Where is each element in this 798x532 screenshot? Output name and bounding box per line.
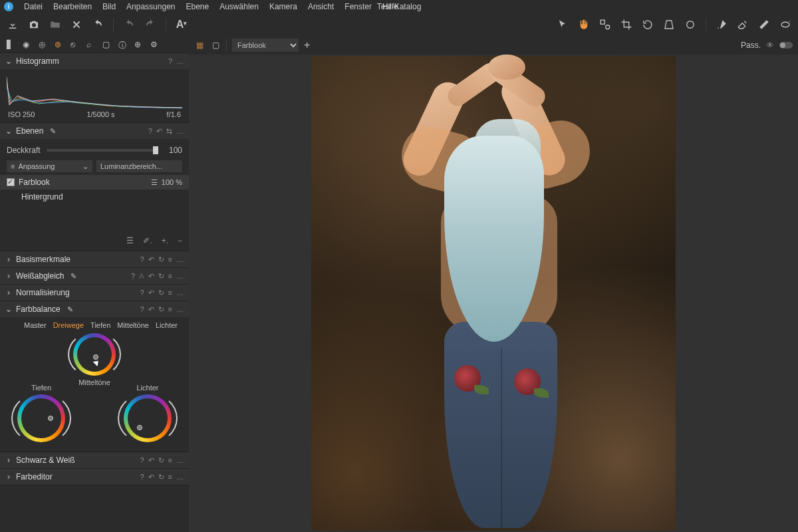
library-tab-icon[interactable]: ▋ <box>7 40 16 49</box>
eraser-tool-icon[interactable] <box>737 19 749 31</box>
opacity-slider[interactable] <box>47 149 158 152</box>
cycle-icon[interactable]: ↻ <box>158 289 164 297</box>
import-icon[interactable] <box>7 19 19 31</box>
reset-icon[interactable]: ↶ <box>148 305 154 314</box>
more-icon[interactable]: … <box>176 255 184 263</box>
help-icon[interactable]: ? <box>148 127 152 135</box>
pointer-tool-icon[interactable] <box>557 19 569 31</box>
adjust-tab-icon[interactable]: ⊕ <box>134 40 144 49</box>
proof-toggle[interactable] <box>779 42 793 49</box>
tab-master[interactable]: Master <box>24 321 47 329</box>
image-viewer[interactable] <box>189 55 798 532</box>
brush-tool-icon[interactable] <box>716 19 728 31</box>
cycle-icon[interactable]: ↻ <box>158 272 164 281</box>
capture-icon[interactable] <box>28 19 40 31</box>
undo-icon[interactable] <box>92 19 104 31</box>
close-icon[interactable] <box>70 19 82 31</box>
blend-mode-dropdown[interactable]: ≡Anpassung⌄ <box>7 160 92 172</box>
reset-icon[interactable]: ↶ <box>156 127 162 136</box>
grid-view-icon[interactable]: ▦ <box>194 40 205 51</box>
color-tab-icon[interactable]: ⊚ <box>55 40 64 49</box>
more-icon[interactable]: … <box>176 289 184 297</box>
gradient-tool-icon[interactable] <box>758 19 770 31</box>
wheel-handle[interactable] <box>137 425 142 430</box>
export-tab-icon[interactable]: ⎋ <box>70 40 80 49</box>
chevron-right-icon[interactable]: › <box>5 288 12 297</box>
three-line-icon[interactable]: ≡ <box>168 305 172 313</box>
three-line-icon[interactable]: ≡ <box>168 456 172 464</box>
chevron-down-icon[interactable]: ⌄ <box>5 57 12 66</box>
three-line-icon[interactable]: ≡ <box>168 272 172 280</box>
more-icon[interactable]: … <box>176 473 184 481</box>
pencil-icon[interactable]: ✎ <box>70 272 76 281</box>
color-wheel-midtones[interactable] <box>73 333 116 376</box>
more-icon[interactable]: … <box>176 305 184 313</box>
menu-file[interactable]: Datei <box>24 2 43 11</box>
three-line-icon[interactable]: ≡ <box>168 289 172 297</box>
reset-icon[interactable]: ↶ <box>148 272 154 281</box>
menu-camera[interactable]: Kamera <box>269 2 297 11</box>
chevron-right-icon[interactable]: › <box>5 472 12 481</box>
help-icon[interactable]: ? <box>168 57 172 65</box>
reset-icon[interactable]: ↶ <box>148 255 154 264</box>
layer-item-farblook[interactable]: Farblook ☰ 100 % <box>0 175 189 190</box>
eye-icon[interactable]: 👁 <box>766 41 774 50</box>
undo2-icon[interactable] <box>123 19 135 31</box>
checkbox-icon[interactable] <box>7 178 15 186</box>
pencil-icon[interactable]: ✎ <box>50 127 56 136</box>
wheel-handle[interactable] <box>48 416 53 421</box>
menu-image[interactable]: Bild <box>102 2 116 11</box>
reset-icon[interactable]: ↶ <box>148 289 154 297</box>
crop-tool-icon[interactable] <box>620 19 632 31</box>
capture-tab-icon[interactable]: ◉ <box>23 40 32 49</box>
hand-tool-icon[interactable] <box>578 19 590 31</box>
single-view-icon[interactable]: ▢ <box>210 40 221 51</box>
cycle-icon[interactable]: ↻ <box>158 255 164 264</box>
chevron-right-icon[interactable]: › <box>5 271 12 281</box>
brush-small-icon[interactable]: ✐. <box>143 236 152 245</box>
cycle-icon[interactable]: ↻ <box>158 305 164 314</box>
cycle-icon[interactable]: ↻ <box>158 456 164 465</box>
add-layer-icon[interactable]: +. <box>162 236 168 245</box>
clipboard-tab-icon[interactable]: ▢ <box>102 40 112 49</box>
help-icon[interactable]: ? <box>140 305 144 313</box>
reset-icon[interactable]: ↶ <box>148 456 154 465</box>
cycle-icon[interactable]: ↻ <box>158 473 164 481</box>
menu-view[interactable]: Ansicht <box>308 2 334 11</box>
gear-tab-icon[interactable]: ⚙ <box>150 40 160 49</box>
reset-icon[interactable]: ↶ <box>148 473 154 481</box>
histogram-graph[interactable] <box>7 70 182 109</box>
more-icon[interactable]: … <box>176 272 184 280</box>
text-icon[interactable]: A <box>139 272 144 280</box>
text-tool-icon[interactable]: A▾ <box>176 19 188 31</box>
spot-tool-icon[interactable] <box>684 19 696 31</box>
pencil-icon[interactable]: ✎ <box>67 305 73 314</box>
radial-tool-icon[interactable] <box>779 19 791 31</box>
chevron-down-icon[interactable]: ⌄ <box>5 126 12 136</box>
tab-lichter[interactable]: Lichter <box>156 321 178 329</box>
three-line-icon[interactable]: ≡ <box>168 473 172 481</box>
search-tab-icon[interactable]: ⌕ <box>86 40 96 49</box>
chevron-right-icon[interactable]: › <box>5 456 12 465</box>
menu-select[interactable]: Auswählen <box>219 2 259 11</box>
help-icon[interactable]: ? <box>140 456 144 464</box>
layer-item-background[interactable]: Hintergrund <box>7 190 182 204</box>
lens-tab-icon[interactable]: ◎ <box>39 40 48 49</box>
filter-layers-icon[interactable]: ☰ <box>126 236 134 245</box>
color-wheel-shadows[interactable] <box>17 394 65 442</box>
color-wheel-highlights[interactable] <box>124 394 172 442</box>
help-icon[interactable]: ? <box>140 473 144 481</box>
menu-window[interactable]: Fenster <box>344 2 372 11</box>
delete-layer-icon[interactable]: − <box>178 236 182 245</box>
folder-icon[interactable] <box>49 19 61 31</box>
variant-dropdown[interactable]: Farblook <box>232 39 299 52</box>
help-icon[interactable]: ? <box>131 272 135 280</box>
menu-layer[interactable]: Ebene <box>186 2 209 11</box>
chevron-down-icon[interactable]: ⌄ <box>5 305 12 314</box>
help-icon[interactable]: ? <box>140 289 144 297</box>
luma-dropdown[interactable]: Luminanzbereich... <box>96 160 182 172</box>
more-icon[interactable]: … <box>176 456 184 464</box>
add-variant-icon[interactable]: + <box>304 40 310 51</box>
rotate-tool-icon[interactable] <box>642 19 654 31</box>
shape-tool-icon[interactable] <box>599 19 611 31</box>
